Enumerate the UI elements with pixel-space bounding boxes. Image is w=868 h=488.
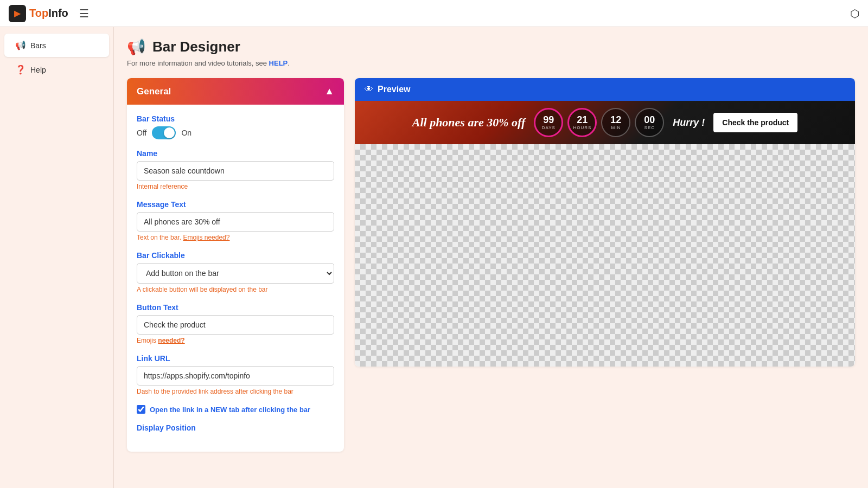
card-body: Bar Status Off On N (127, 105, 344, 452)
collapse-chevron-icon[interactable]: ▲ (324, 86, 334, 97)
link-url-input[interactable] (137, 366, 334, 386)
content-grid: General ▲ Bar Status Off (127, 78, 855, 452)
sidebar-item-bars[interactable]: 📢 Bars (4, 34, 109, 57)
bar-message: All phones are 30% off (412, 115, 526, 130)
help-link[interactable]: HELP (269, 59, 288, 67)
sidebar-item-bars-label: Bars (30, 41, 46, 50)
message-text-label: Message Text (137, 200, 334, 209)
bar-status-group: Bar Status Off On (137, 114, 334, 139)
bar-content: All phones are 30% off 99 DAYS (412, 108, 798, 137)
name-group: Name Internal reference (137, 149, 334, 190)
hamburger-icon[interactable]: ☰ (79, 7, 89, 20)
min-label: MIN (611, 125, 621, 130)
logo-text: TopInfo (29, 7, 68, 20)
bar-clickable-label: Bar Clickable (137, 251, 334, 260)
new-tab-label: Open the link in a NEW tab after clickin… (150, 406, 310, 414)
hours-label: HOURS (573, 125, 591, 130)
card-header-title: General (137, 86, 171, 97)
page-header: 📢 Bar Designer (127, 38, 855, 56)
new-tab-row: Open the link in a NEW tab after clickin… (137, 405, 334, 414)
name-hint: Internal reference (137, 183, 334, 190)
page-subtitle: For more information and video tutorials… (127, 59, 855, 67)
bar-clickable-select[interactable]: Add button on the bar Make entire bar cl… (137, 263, 334, 284)
logo-box: ▶ (9, 5, 26, 22)
left-panel: General ▲ Bar Status Off (127, 78, 344, 452)
sec-circle-item: 00 SEC (635, 108, 664, 137)
export-icon[interactable]: ⬡ (850, 7, 859, 20)
sec-number: 00 (644, 115, 655, 125)
days-number: 99 (543, 115, 554, 125)
preview-card: 👁 Preview All phones are 30% off (355, 78, 855, 367)
emojis-needed-link[interactable]: needed? (158, 337, 184, 344)
name-label: Name (137, 149, 334, 158)
sidebar-item-help[interactable]: ❓ Help (4, 58, 109, 81)
name-input[interactable] (137, 161, 334, 181)
logo-icon: ▶ (14, 8, 21, 18)
days-circle-item: 99 DAYS (534, 108, 563, 137)
min-circle: 12 MIN (601, 108, 630, 137)
min-number: 12 (610, 115, 621, 125)
card-header: General ▲ (127, 78, 344, 105)
display-position-group: Display Position (137, 423, 334, 432)
bar-clickable-hint: A clickable button will be displayed on … (137, 286, 334, 293)
bar-cta-button[interactable]: Check the product (713, 113, 797, 132)
sidebar-item-help-label: Help (30, 66, 46, 74)
hours-circle-item: 21 HOURS (567, 108, 597, 137)
days-circle: 99 DAYS (534, 108, 563, 137)
main-content: 📢 Bar Designer For more information and … (114, 0, 868, 488)
hours-number: 21 (577, 115, 588, 125)
preview-title: Preview (378, 85, 410, 94)
hours-circle: 21 HOURS (567, 108, 597, 137)
link-url-group: Link URL Dash to the provided link addre… (137, 354, 334, 395)
message-text-group: Message Text Text on the bar. Emojis nee… (137, 200, 334, 241)
emojis-link[interactable]: Emojis needed? (183, 234, 229, 241)
hurry-text: Hurry ! (673, 117, 705, 129)
button-text-hint: Emojis needed? (137, 337, 334, 344)
right-panel: 👁 Preview All phones are 30% off (355, 78, 855, 452)
bar-preview: All phones are 30% off 99 DAYS (355, 101, 855, 144)
new-tab-checkbox[interactable] (137, 405, 145, 414)
display-position-label: Display Position (137, 423, 334, 432)
sec-label: SEC (644, 125, 655, 130)
new-tab-group: Open the link in a NEW tab after clickin… (137, 405, 334, 414)
bars-icon: 📢 (15, 40, 26, 50)
sec-circle: 00 SEC (635, 108, 664, 137)
general-card: General ▲ Bar Status Off (127, 78, 344, 452)
days-label: DAYS (542, 125, 556, 130)
button-text-label: Button Text (137, 303, 334, 312)
eye-icon: 👁 (365, 85, 373, 94)
min-circle-item: 12 MIN (601, 108, 630, 137)
bar-status-label: Bar Status (137, 114, 334, 123)
preview-header: 👁 Preview (355, 78, 855, 101)
link-url-label: Link URL (137, 354, 334, 363)
help-icon: ❓ (15, 65, 26, 75)
bar-status-toggle[interactable] (152, 126, 176, 139)
toggle-row: Off On (137, 126, 334, 139)
preview-body: All phones are 30% off 99 DAYS (355, 101, 855, 367)
button-text-input[interactable] (137, 315, 334, 335)
logo-area: ▶ TopInfo (9, 5, 68, 22)
preview-canvas (355, 144, 855, 367)
topbar: ▶ TopInfo ☰ ⬡ (0, 0, 868, 27)
page-title: Bar Designer (152, 38, 240, 55)
link-url-hint: Dash to the provided link address after … (137, 388, 334, 395)
page-header-icon: 📢 (127, 38, 146, 56)
countdown-circles: 99 DAYS 21 HOURS (534, 108, 664, 137)
off-label: Off (137, 129, 146, 137)
on-label: On (181, 129, 192, 137)
bar-clickable-group: Bar Clickable Add button on the bar Make… (137, 251, 334, 293)
button-text-group: Button Text Emojis needed? (137, 303, 334, 344)
sidebar: 📢 Bars ❓ Help (0, 0, 114, 488)
message-text-input[interactable] (137, 212, 334, 232)
message-text-hint: Text on the bar. Emojis needed? (137, 234, 334, 241)
